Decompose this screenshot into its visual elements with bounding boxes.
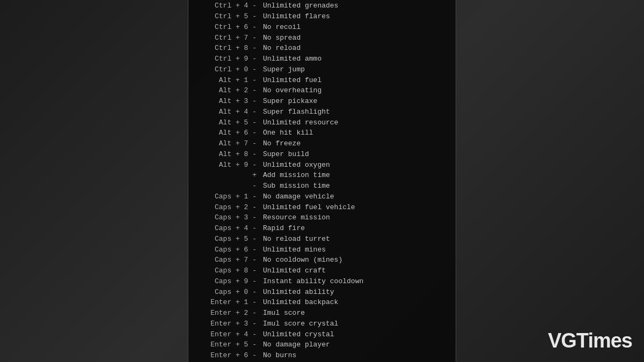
action-label: Unlimited ability <box>260 287 334 298</box>
key-combo: Ctrl + 4 - <box>203 1 260 11</box>
key-combo: Enter + 6 - <box>203 350 260 361</box>
action-label: Add mission time <box>260 170 330 181</box>
keybind-row: Caps + 9 -Instant ability cooldown <box>203 276 441 287</box>
action-label: Unlimited flares <box>260 11 330 22</box>
keybind-row: Ctrl + 4 -Unlimited grenades <box>203 1 441 11</box>
key-combo: Ctrl + 5 - <box>203 11 260 22</box>
action-label: No recoil <box>260 22 301 33</box>
key-combo: - <box>203 181 260 191</box>
times-text: Times <box>576 329 632 352</box>
keybind-row: Alt + 2 -No overheating <box>203 85 441 96</box>
action-label: No damage player <box>260 339 330 350</box>
keybind-row: Caps + 0 -Unlimited ability <box>203 287 441 298</box>
key-combo: Alt + 7 - <box>203 138 260 149</box>
keybind-row: Enter + 2 -Imul score <box>203 308 441 319</box>
keybind-row: Caps + 5 -No reload turret <box>203 234 441 245</box>
action-label: No cooldown (mines) <box>260 255 342 265</box>
key-combo: Enter + 5 - <box>203 339 260 350</box>
key-combo: Caps + 7 - <box>203 255 260 265</box>
key-combo: Caps + 8 - <box>203 265 260 276</box>
vgtimes-logo: VGTimes <box>548 329 632 352</box>
key-combo: Alt + 5 - <box>203 117 260 128</box>
key-combo: Enter + 3 - <box>203 319 260 329</box>
action-label: Unlimited fuel vehicle <box>260 202 355 213</box>
key-combo: Caps + 3 - <box>203 212 260 223</box>
action-label: Unlimited oxygen <box>260 160 330 171</box>
key-combo: Ctrl + 6 - <box>203 22 260 33</box>
screenshot-container: Deep Rock Galactic Ctrl + 1 -Unlimited h… <box>0 0 644 362</box>
keybind-row: Ctrl + 5 -Unlimited flares <box>203 11 441 22</box>
keybind-list: Ctrl + 1 -Unlimited healthCtrl + 2 -Unli… <box>203 0 441 362</box>
key-combo: Enter + 2 - <box>203 308 260 319</box>
action-label: Unlimited ammo <box>260 54 321 64</box>
keybind-row: Alt + 6 -One hit kill <box>203 128 441 138</box>
keybind-row: Alt + 8 -Super build <box>203 149 441 160</box>
key-combo: Alt + 9 - <box>203 160 260 171</box>
keybind-row: Caps + 8 -Unlimited craft <box>203 265 441 276</box>
action-label: Resource mission <box>260 212 330 223</box>
key-combo: Caps + 2 - <box>203 202 260 213</box>
action-label: No burns <box>260 350 296 361</box>
keybind-row: Enter + 6 -No burns <box>203 350 441 361</box>
action-label: Instant ability cooldown <box>260 276 363 287</box>
action-label: Super flashlight <box>260 107 330 117</box>
keybind-row: Caps + 1 -No damage vehicle <box>203 191 441 202</box>
action-label: Imul score <box>260 308 305 319</box>
keybind-row: Alt + 9 -Unlimited oxygen <box>203 160 441 171</box>
key-combo: Alt + 4 - <box>203 107 260 117</box>
keybind-row: Caps + 4 -Rapid fire <box>203 223 441 234</box>
keybind-row: Alt + 1 -Unlimited fuel <box>203 75 441 86</box>
action-label: Unlimited backpack <box>260 297 338 308</box>
key-combo: Alt + 8 - <box>203 149 260 160</box>
keybind-row: Caps + 6 -Unlimited mines <box>203 245 441 255</box>
key-combo: Caps + 1 - <box>203 191 260 202</box>
key-combo: Caps + 4 - <box>203 223 260 234</box>
keybind-row: -Sub mission time <box>203 181 441 191</box>
action-label: Unlimited mines <box>260 245 326 255</box>
vg-text: VG <box>548 329 576 352</box>
action-label: Sub mission time <box>260 181 330 191</box>
action-label: Super jump <box>260 64 305 75</box>
action-label: Super build <box>260 149 309 160</box>
key-combo: Alt + 2 - <box>203 85 260 96</box>
keybind-row: Enter + 1 -Unlimited backpack <box>203 297 441 308</box>
action-label: Imul score crystal <box>260 319 338 329</box>
action-label: No damage vehicle <box>260 191 334 202</box>
key-combo: Alt + 1 - <box>203 75 260 86</box>
action-label: Unlimited fuel <box>260 75 321 86</box>
keybind-row: Enter + 5 -No damage player <box>203 339 441 350</box>
key-combo: Ctrl + 8 - <box>203 43 260 54</box>
action-label: Unlimited crystal <box>260 329 334 340</box>
keybind-row: Caps + 3 -Resource mission <box>203 212 441 223</box>
action-label: Unlimited craft <box>260 265 326 276</box>
key-combo: Alt + 3 - <box>203 96 260 107</box>
action-label: No spread <box>260 33 301 43</box>
keybind-row: Alt + 4 -Super flashlight <box>203 107 441 117</box>
keybind-row: Enter + 4 -Unlimited crystal <box>203 329 441 340</box>
action-label: One hit kill <box>260 128 313 138</box>
overlay-panel: Deep Rock Galactic Ctrl + 1 -Unlimited h… <box>188 0 456 362</box>
key-combo: Caps + 9 - <box>203 276 260 287</box>
action-label: No reload <box>260 43 301 54</box>
key-combo: Alt + 6 - <box>203 128 260 138</box>
key-combo: Ctrl + 7 - <box>203 33 260 43</box>
key-combo: Caps + 0 - <box>203 287 260 298</box>
key-combo: Ctrl + 0 - <box>203 64 260 75</box>
action-label: No reload turret <box>260 234 330 245</box>
key-combo: Caps + 5 - <box>203 234 260 245</box>
key-combo: Caps + 6 - <box>203 245 260 255</box>
action-label: Unlimited grenades <box>260 1 338 11</box>
action-label: No freeze <box>260 138 301 149</box>
key-combo: Enter + 1 - <box>203 297 260 308</box>
key-combo: Enter + 4 - <box>203 329 260 340</box>
action-label: Unlimited resource <box>260 117 338 128</box>
keybind-row: Ctrl + 0 -Super jump <box>203 64 441 75</box>
key-combo: Ctrl + 9 - <box>203 54 260 64</box>
keybind-row: Alt + 5 -Unlimited resource <box>203 117 441 128</box>
action-label: No overheating <box>260 85 321 96</box>
keybind-row: +Add mission time <box>203 170 441 181</box>
action-label: Super pickaxe <box>260 96 317 107</box>
keybind-row: Enter + 3 -Imul score crystal <box>203 319 441 329</box>
key-combo: + <box>203 170 260 181</box>
keybind-row: Alt + 7 -No freeze <box>203 138 441 149</box>
